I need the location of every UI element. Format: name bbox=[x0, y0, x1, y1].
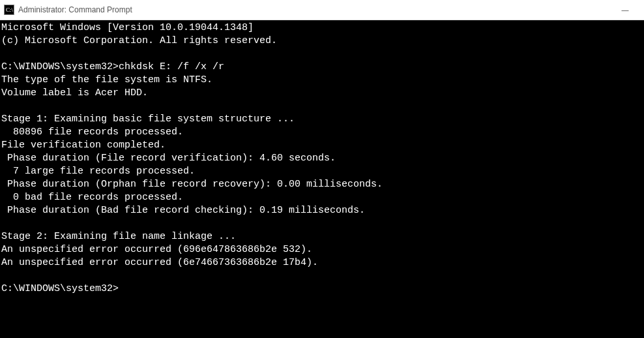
cmd-icon: C:\ bbox=[4, 5, 14, 15]
window-title: Administrator: Command Prompt bbox=[18, 5, 610, 14]
minimize-button[interactable]: — bbox=[610, 0, 640, 20]
svg-text:C:\: C:\ bbox=[6, 7, 14, 13]
terminal-output[interactable]: Microsoft Windows [Version 10.0.19044.13… bbox=[0, 20, 644, 338]
window-controls: — bbox=[610, 0, 640, 20]
titlebar[interactable]: C:\ Administrator: Command Prompt — bbox=[0, 0, 644, 20]
